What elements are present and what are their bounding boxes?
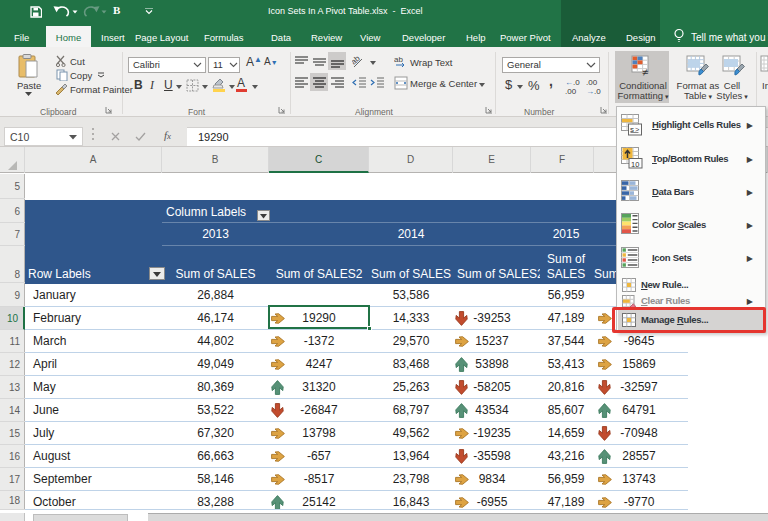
svg-text:ab: ab [352,55,362,66]
svg-text:≠: ≠ [642,66,648,77]
svg-text:s: s [630,125,634,134]
svg-text:>: > [635,125,640,134]
svg-text:ab: ab [394,55,403,64]
svg-text:10: 10 [631,160,639,169]
